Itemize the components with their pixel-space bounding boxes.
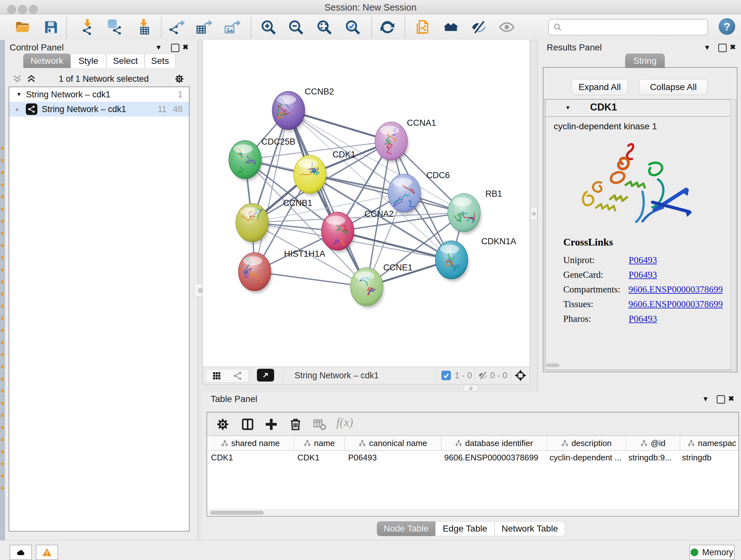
export-network-button[interactable]	[167, 18, 185, 36]
delete-table-button[interactable]	[313, 417, 327, 432]
show-all-button[interactable]	[498, 18, 515, 36]
graph-node-RB1[interactable]	[448, 193, 481, 234]
graph-node-CCNB1[interactable]	[236, 203, 269, 244]
birdseye-view-button[interactable]	[257, 369, 274, 381]
external-arrow-icon	[261, 370, 270, 380]
hidden-eye-slash-icon[interactable]	[478, 370, 488, 381]
save-session-button[interactable]	[43, 18, 60, 36]
delete-column-button[interactable]	[288, 417, 303, 432]
network-row[interactable]: ● String Network – cdk1 11 48	[9, 102, 189, 117]
tree-collapse-triangle-icon[interactable]: ▼	[16, 91, 22, 98]
graph-node-CCNA1[interactable]	[375, 122, 408, 163]
open-file-button[interactable]	[14, 18, 31, 36]
control-panel-close-icon[interactable]: ✖	[183, 44, 188, 51]
function-builder-button[interactable]: f(x)	[336, 415, 353, 429]
graph-node-CCNE1[interactable]	[350, 267, 384, 308]
network-view-canvas[interactable]: CCNB2CCNA1CDC25BCDK1CDC6RB1CCNB1CCNA2CDK…	[202, 40, 530, 367]
show-columns-button[interactable]	[240, 417, 255, 432]
search-input[interactable]	[562, 22, 708, 32]
zoom-fit-button[interactable]	[316, 18, 333, 36]
table-panel-float-icon[interactable]	[717, 395, 725, 403]
results-panel-menu-icon[interactable]: ▼	[704, 44, 711, 51]
copy-style-button[interactable]	[414, 18, 431, 36]
zoom-in-button[interactable]	[260, 18, 277, 36]
tab-string[interactable]: String	[625, 54, 665, 68]
graph-node-CDC25B[interactable]	[229, 140, 262, 181]
first-neighbors-button[interactable]	[442, 18, 460, 36]
expand-all-button[interactable]: Expand All	[571, 79, 628, 95]
column-header-shared-name[interactable]: shared name	[207, 436, 294, 450]
graph-node-CCNB2[interactable]	[272, 91, 306, 132]
graph-node-CDK1[interactable]	[293, 155, 327, 196]
import-network-from-database-button[interactable]	[105, 18, 123, 36]
results-panel-float-icon[interactable]	[718, 44, 727, 52]
zoom-out-button[interactable]	[287, 18, 305, 36]
column-header-description[interactable]: description	[547, 436, 626, 450]
edge-strip-dot	[1, 365, 3, 368]
crosslink-link[interactable]: P06493	[629, 255, 657, 265]
crosslink-link[interactable]: 9606.ENSP00000378699	[628, 299, 723, 309]
expand-all-networks-icon[interactable]	[26, 73, 37, 84]
graph-node-CDKN1A[interactable]	[435, 241, 469, 281]
tab-select[interactable]: Select	[106, 54, 145, 68]
crosshair-pan-icon[interactable]	[514, 369, 527, 382]
hide-selected-button[interactable]	[470, 18, 487, 36]
export-image-button[interactable]	[223, 18, 241, 36]
cloud-status-button[interactable]	[10, 545, 32, 560]
column-header-label: @id	[651, 438, 666, 448]
selected-checkbox-icon[interactable]	[441, 371, 451, 380]
right-splitter-handle[interactable]	[530, 207, 537, 220]
collapse-all-networks-icon[interactable]	[12, 73, 23, 84]
entry-hscroll-thumb[interactable]	[546, 363, 559, 367]
network-options-gear-icon[interactable]	[174, 73, 185, 84]
grid-view-icon[interactable]	[212, 371, 221, 381]
column-header-name[interactable]: name	[294, 436, 345, 450]
tab-style[interactable]: Style	[71, 54, 106, 68]
help-button[interactable]: ?	[719, 18, 735, 35]
column-header-label: database identifier	[465, 438, 533, 448]
horizontal-splitter-handle[interactable]	[463, 385, 478, 391]
apply-layout-button[interactable]	[379, 18, 396, 36]
tab-edge-table[interactable]: Edge Table	[435, 521, 495, 536]
tab-node-table[interactable]: Node Table	[377, 521, 435, 536]
import-table-button[interactable]	[134, 18, 151, 36]
column-header-database-identifier[interactable]: database identifier	[441, 436, 547, 450]
results-panel-close-icon[interactable]: ✖	[730, 44, 736, 51]
table-panel-menu-icon[interactable]: ▼	[702, 395, 709, 402]
table-hscroll-thumb[interactable]	[210, 511, 264, 515]
warnings-button[interactable]	[36, 545, 58, 560]
share-view-icon[interactable]	[233, 371, 243, 381]
zoom-selected-button[interactable]	[344, 18, 361, 36]
import-network-button[interactable]	[78, 18, 95, 36]
crosslink-link[interactable]: 9606.ENSP00000378699	[628, 284, 723, 295]
memory-button[interactable]: Memory	[689, 545, 735, 560]
tab-network-table[interactable]: Network Table	[495, 521, 565, 536]
tab-sets[interactable]: Sets	[145, 54, 176, 68]
table-settings-button[interactable]	[215, 417, 230, 432]
status-divider	[435, 368, 436, 382]
table-panel-close-icon[interactable]: ✖	[728, 395, 734, 402]
table-hscrollbar[interactable]	[207, 509, 738, 516]
network-collection-row[interactable]: ▼ String Network – cdk1 1	[9, 87, 189, 102]
crosslink-link[interactable]: P06493	[629, 269, 657, 280]
collapse-all-button[interactable]: Collapse All	[639, 79, 708, 95]
column-header-canonical-name[interactable]: canonical name	[345, 436, 441, 450]
protein-entry-header[interactable]: ▼ CDK1	[545, 100, 731, 117]
control-panel-float-icon[interactable]	[171, 44, 179, 52]
table-row[interactable]: CDK1CDK1P064939606.ENSP00000378699cyclin…	[207, 450, 739, 464]
graph-node-HIST1H1A[interactable]	[239, 253, 272, 293]
search-field[interactable]	[548, 19, 708, 36]
control-panel-menu-icon[interactable]: ▼	[155, 44, 162, 51]
results-vscrollbar[interactable]	[731, 99, 736, 370]
tab-network[interactable]: Network	[23, 54, 71, 68]
column-header--id[interactable]: @id	[626, 436, 680, 450]
graph-node-CCNA2[interactable]	[321, 212, 355, 253]
graph-node-CDC6[interactable]	[388, 174, 421, 214]
columns-icon	[240, 417, 255, 432]
column-header-namespac[interactable]: namespac	[680, 436, 739, 450]
graph-edge-CCNB2-HIST1H1A[interactable]	[255, 111, 288, 272]
crosslink-link[interactable]: P06493	[629, 314, 657, 324]
add-column-button[interactable]	[264, 417, 279, 432]
export-table-button[interactable]	[195, 18, 212, 36]
entry-collapse-triangle-icon[interactable]: ▼	[565, 105, 570, 111]
